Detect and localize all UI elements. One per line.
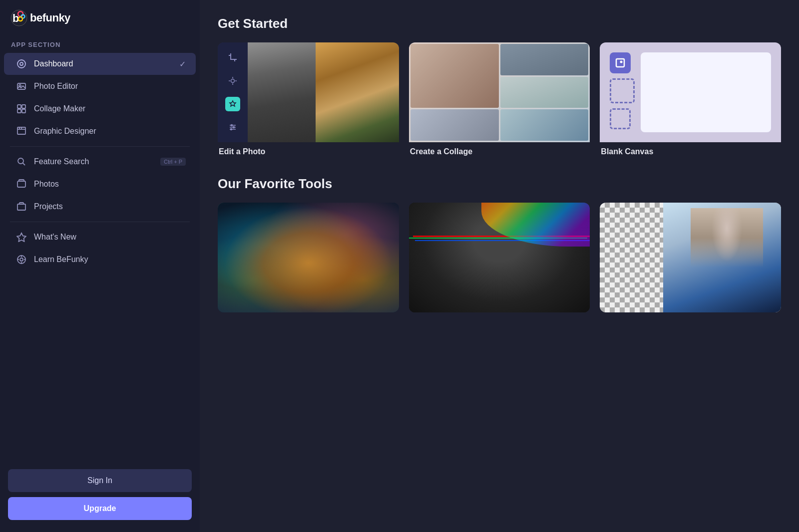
edit-photo-label: Edit a Photo <box>218 147 399 156</box>
blank-canvas-label: Blank Canvas <box>600 147 781 156</box>
create-collage-card[interactable]: Create a Collage <box>409 42 590 156</box>
svg-line-18 <box>23 163 25 166</box>
svg-point-5 <box>17 60 25 68</box>
canvas-dotted-box <box>610 78 635 103</box>
sidebar-label-photos: Photos <box>34 180 59 189</box>
remove-bg-card[interactable] <box>600 203 781 312</box>
edit-photo-image <box>218 42 399 142</box>
canvas-dotted-box-2 <box>610 108 631 129</box>
glitch-bg <box>409 203 590 312</box>
glitch-effect-card[interactable] <box>409 203 590 312</box>
favorite-tools-cards <box>218 203 781 312</box>
nav-divider-2 <box>10 222 190 222</box>
svg-marker-22 <box>17 233 26 242</box>
logo-text: befunky <box>30 11 70 24</box>
photos-icon <box>16 179 27 190</box>
sidebar-label-feature-search: Feature Search <box>34 157 89 166</box>
blank-canvas-preview <box>600 42 781 142</box>
learn-icon <box>16 254 27 265</box>
svg-rect-11 <box>17 109 21 113</box>
collage-cell-1 <box>410 44 499 108</box>
tiger-bg <box>218 203 399 312</box>
sidebar-label-projects: Projects <box>34 202 63 211</box>
photo-editor-icon <box>16 81 27 92</box>
svg-point-38 <box>233 126 235 128</box>
nav-divider <box>10 146 190 147</box>
dancer-silhouette <box>691 208 763 307</box>
collage-cell-2 <box>500 44 589 75</box>
adjust-tool-icon <box>225 120 240 135</box>
svg-point-41 <box>620 61 623 63</box>
graphic-designer-icon <box>16 126 27 137</box>
tiger-gradient <box>218 203 399 312</box>
collage-preview <box>409 42 590 142</box>
photo-bw-half <box>248 42 316 142</box>
canvas-white-area <box>641 52 771 132</box>
sidebar-label-dashboard: Dashboard <box>34 59 73 68</box>
effects-tool-icon <box>225 97 240 111</box>
sidebar-nav: Dashboard ✓ Photo Editor <box>0 52 200 271</box>
section-label: App Section <box>0 36 200 52</box>
photo-split-preview <box>248 42 399 142</box>
crop-tool-icon <box>225 50 240 65</box>
svg-rect-40 <box>616 59 624 67</box>
sidebar-item-graphic-designer[interactable]: Graphic Designer <box>4 120 196 142</box>
create-collage-label: Create a Collage <box>409 147 590 156</box>
sidebar-item-collage-maker[interactable]: Collage Maker <box>4 98 196 120</box>
edit-photo-card[interactable]: Edit a Photo <box>218 42 399 156</box>
photo-tools-panel <box>218 42 248 142</box>
logo-area[interactable]: b befunky <box>0 0 200 36</box>
sign-in-button[interactable]: Sign In <box>8 469 192 492</box>
svg-rect-7 <box>17 83 25 89</box>
sidebar-item-whats-new[interactable]: What's New <box>4 226 196 248</box>
get-started-cards: Edit a Photo Create a Collage <box>218 42 781 156</box>
collage-cell-3 <box>500 77 589 108</box>
svg-rect-12 <box>22 109 25 113</box>
photo-color-half <box>316 42 399 142</box>
get-started-title: Get Started <box>218 16 781 31</box>
dashboard-checkmark: ✓ <box>179 59 186 69</box>
whats-new-icon <box>16 232 27 243</box>
sidebar-label-graphic-designer: Graphic Designer <box>34 127 96 136</box>
favorite-tools-title: Our Favorite Tools <box>218 176 781 192</box>
main-content: Get Started <box>200 0 799 532</box>
sidebar-item-learn-befunky[interactable]: Learn BeFunky <box>4 249 196 270</box>
sidebar-label-photo-editor: Photo Editor <box>34 82 78 91</box>
sidebar-item-feature-search[interactable]: Feature Search Ctrl + P <box>4 151 196 173</box>
svg-point-17 <box>18 158 23 164</box>
projects-icon <box>16 201 27 212</box>
svg-point-24 <box>20 258 23 261</box>
search-icon <box>16 156 27 167</box>
sidebar-item-projects[interactable]: Projects <box>4 196 196 218</box>
artsy-effects-card[interactable] <box>218 203 399 312</box>
brightness-tool-icon <box>225 74 240 88</box>
svg-rect-19 <box>17 181 25 187</box>
collage-cell-4 <box>410 109 499 141</box>
svg-rect-21 <box>17 204 25 210</box>
canvas-add-icon <box>610 52 631 73</box>
sidebar-item-photos[interactable]: Photos <box>4 173 196 195</box>
remove-bg-preview <box>600 203 781 312</box>
sidebar-item-dashboard[interactable]: Dashboard ✓ <box>4 53 196 75</box>
feature-search-shortcut: Ctrl + P <box>160 158 186 166</box>
svg-point-37 <box>231 124 233 126</box>
collage-icon <box>16 103 27 114</box>
befunky-logo-icon: b <box>10 9 28 27</box>
canvas-icons-column <box>610 52 635 129</box>
upgrade-button[interactable]: Upgrade <box>8 497 192 520</box>
svg-point-39 <box>231 128 232 130</box>
collage-cell-5 <box>500 109 589 141</box>
svg-rect-10 <box>22 105 25 108</box>
dashboard-icon <box>16 58 27 69</box>
blank-canvas-card[interactable]: Blank Canvas <box>600 42 781 156</box>
sidebar-label-whats-new: What's New <box>34 233 76 242</box>
sidebar-item-photo-editor[interactable]: Photo Editor <box>4 75 196 97</box>
sidebar-bottom: Sign In Upgrade <box>0 461 200 532</box>
svg-rect-9 <box>17 105 21 108</box>
sidebar-label-collage-maker: Collage Maker <box>34 104 85 113</box>
svg-point-29 <box>231 79 235 82</box>
svg-rect-20 <box>19 180 24 181</box>
sidebar-label-learn-befunky: Learn BeFunky <box>34 255 88 264</box>
svg-point-6 <box>20 62 23 65</box>
sidebar: b befunky App Section Dashboard ✓ <box>0 0 200 532</box>
